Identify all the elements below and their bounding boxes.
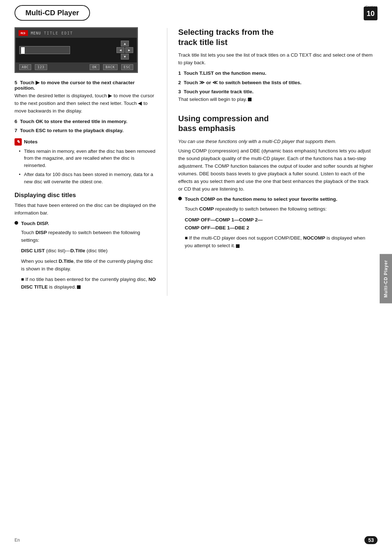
notes-list: Titles remain in memory, even after the … xyxy=(15,148,156,185)
comp-bullet-content: Touch COMP on the function menu to selec… xyxy=(185,196,374,253)
disc-list-line: DISC LIST (disc list)—D.Title (disc titl… xyxy=(21,247,156,255)
end-symbol xyxy=(77,285,81,289)
svg-text:MCD: MCD xyxy=(21,32,25,35)
screen-up-btn[interactable]: ▲ xyxy=(121,41,129,46)
nocomp-note: ■ If the multi-CD player does not suppor… xyxy=(185,234,374,250)
screen-menu-text: MENU xyxy=(31,31,41,35)
screen-back-btn[interactable]: BACK xyxy=(103,64,118,70)
note-item-2: After data for 100 discs has been stored… xyxy=(19,171,156,185)
screen-right-btn[interactable]: ▶ xyxy=(125,47,133,53)
screen-subtitle-text: TITLE EDIT xyxy=(44,31,73,35)
bullet-circle-icon xyxy=(15,221,18,225)
no-disc-title-note: ■ If no title has been entered for the c… xyxy=(21,276,156,291)
end-symbol-3 xyxy=(236,244,240,248)
notes-label: Notes xyxy=(24,139,38,144)
screen-abc-btn[interactable]: ABC xyxy=(19,64,31,70)
screen-down-btn[interactable]: ▼ xyxy=(121,54,129,60)
section2-body: Using COMP (compression) and DBE (dynami… xyxy=(178,147,374,193)
section1-body: Track title list lets you see the list o… xyxy=(178,52,374,67)
side-tab-text: Multi-CD Player xyxy=(383,260,388,298)
note-item-1: Titles remain in memory, even after the … xyxy=(19,148,156,169)
header-row: Multi-CD Player Section 10 xyxy=(0,0,392,21)
screen-ok-btn[interactable]: OK xyxy=(90,64,99,70)
comp-bullet: Touch COMP on the function menu to selec… xyxy=(178,196,374,253)
step3-heading: 3 Touch your favorite track title. xyxy=(178,89,374,94)
screen-logo: MCD xyxy=(19,30,28,36)
section-number: 10 xyxy=(364,7,377,20)
notes-header: ✎ Notes xyxy=(15,138,156,146)
comp-body: Touch COMP repeatedly to switch between … xyxy=(185,205,374,213)
section1-heading: Selecting tracks from thetrack title lis… xyxy=(178,27,374,47)
displaying-disc-titles-heading: Displaying disc titles xyxy=(15,192,156,199)
screen-top-bar: MCD MENU TITLE EDIT xyxy=(16,28,137,38)
notes-box: ✎ Notes Titles remain in memory, even af… xyxy=(15,138,156,185)
screen-nav-up-down: ▲ ◀ ▶ ▼ xyxy=(117,41,133,60)
screen-left-btn[interactable]: ◀ xyxy=(117,47,124,53)
screen-esc-btn[interactable]: ESC xyxy=(121,64,133,70)
footer-page: 53 xyxy=(364,536,377,544)
touch-disp-body: Touch DISP repeatedly to switch between … xyxy=(21,229,156,244)
page-number: 53 xyxy=(364,536,377,544)
step5-heading: 5 Touch ▶ to move the cursor to the next… xyxy=(15,79,156,91)
d-title-note: When you select D.Title, the title of th… xyxy=(21,258,156,273)
section2-heading: Using compression andbass emphasis xyxy=(178,114,374,134)
step2-heading: 2 Touch ≫ or ≪ to switch between the lis… xyxy=(178,79,374,85)
notes-icon: ✎ xyxy=(15,138,22,146)
touch-disp-content: Touch DISP. Touch DISP repeatedly to swi… xyxy=(21,220,156,294)
screen-cursor xyxy=(21,47,25,54)
end-symbol-2 xyxy=(248,98,252,101)
comp-sequence: COMP OFF—COMP 1—COMP 2— COMP OFF—DBE 1—D… xyxy=(185,216,374,232)
step6-heading: 6 Touch OK to store the entered title in… xyxy=(15,119,156,124)
step5-body: When the desired letter is displayed, to… xyxy=(15,92,156,115)
section2-italic: You can use these functions only with a … xyxy=(178,138,374,145)
screen-cursor-box xyxy=(19,46,70,54)
comp-bullet-heading: Touch COMP on the function menu to selec… xyxy=(185,196,337,202)
displaying-disc-titles-body: Titles that have been entered on the dis… xyxy=(15,202,156,217)
left-column: MCD MENU TITLE EDIT ▲ ◀ ▶ xyxy=(0,21,167,303)
right-column: Selecting tracks from thetrack title lis… xyxy=(167,21,392,303)
side-tab: Multi-CD Player xyxy=(380,254,392,303)
screen-bottom-bar: ABC 123 OK BACK ESC xyxy=(16,62,137,72)
screen-123-btn[interactable]: 123 xyxy=(35,64,47,70)
page-footer: En 53 xyxy=(0,536,392,544)
footer-lang: En xyxy=(15,538,20,543)
touch-disp-label: Touch DISP. xyxy=(21,221,49,226)
screen-mockup: MCD MENU TITLE EDIT ▲ ◀ ▶ xyxy=(15,27,138,73)
comp-bullet-circle xyxy=(178,197,182,200)
page: Multi-CD Player Section 10 MCD xyxy=(0,0,392,555)
screen-lr-row: ◀ ▶ xyxy=(117,47,133,53)
step3-body: That selection will begin to play. xyxy=(178,96,374,103)
screen-input-row: ▲ ◀ ▶ ▼ xyxy=(16,38,137,62)
chapter-title: Multi-CD Player xyxy=(15,5,90,21)
touch-disp-bullet: Touch DISP. Touch DISP repeatedly to swi… xyxy=(15,220,156,294)
main-content: MCD MENU TITLE EDIT ▲ ◀ ▶ xyxy=(0,21,392,303)
step1-heading: 1 Touch T.LIST on the function menu. xyxy=(178,70,374,76)
step7-heading: 7 Touch ESC to return to the playback di… xyxy=(15,128,156,133)
